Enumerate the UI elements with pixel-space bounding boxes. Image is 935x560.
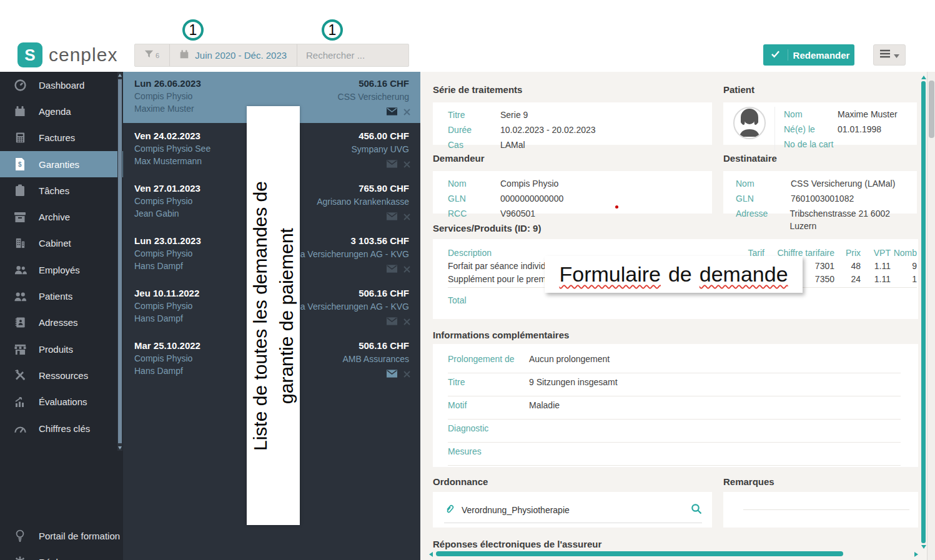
mail-icon[interactable] [387, 369, 397, 380]
scroll-left-arrow-icon[interactable] [429, 552, 433, 557]
speedometer-icon [12, 423, 27, 433]
date-range-button[interactable]: Juin 2020 - Déc. 2023 [169, 44, 297, 66]
panel-vertical-scrollbar[interactable] [921, 81, 926, 543]
section-heading-serie: Série de traitements [433, 84, 522, 95]
clipboard-icon [12, 184, 27, 197]
demandeur-card: NomCompis Physio GLN0000000000000 RCCV96… [433, 171, 712, 214]
section-heading-destinataire: Destinataire [723, 153, 777, 164]
check-icon [763, 49, 788, 61]
cenplex-app: S cenplex 6 Juin 2020 - Déc. 2023 1 1 Re… [0, 0, 935, 560]
validation-dot [615, 205, 618, 209]
destinataire-card: NomCSS Versicherung (LAMal) GLN760100300… [723, 171, 917, 214]
info-row[interactable]: Diagnostic [448, 420, 901, 443]
mail-icon[interactable] [387, 107, 397, 118]
sidebar-item-produits[interactable]: Produits [0, 336, 123, 362]
sidebar-item-agenda[interactable]: Agenda [0, 98, 123, 124]
delete-icon[interactable] [403, 317, 410, 328]
scroll-down-arrow-icon[interactable] [921, 545, 926, 549]
delete-icon[interactable] [403, 212, 410, 223]
info-row[interactable]: Prolongement de Aucun prolongement [448, 350, 901, 373]
sidebar-footer: Portail de formation Réglages Licence Se… [0, 523, 123, 560]
delete-icon[interactable] [403, 369, 410, 380]
window-scrollbar[interactable] [927, 72, 935, 560]
filter-toolbar: 6 Juin 2020 - Déc. 2023 [134, 44, 409, 67]
patients-icon [12, 291, 27, 302]
sidebar-item-chiffres-cles[interactable]: Chiffres clés [0, 415, 123, 441]
more-menu-button[interactable] [873, 44, 906, 66]
mail-icon[interactable] [387, 159, 397, 170]
attachment-row[interactable]: Verordnung_Physiotherapie [444, 503, 702, 523]
mail-icon[interactable] [387, 212, 397, 223]
archive-box-icon [12, 212, 27, 223]
patient-avatar [733, 107, 766, 139]
sidebar-item-archive[interactable]: Archive [0, 204, 123, 230]
sidebar-item-patients[interactable]: Patients [0, 283, 123, 309]
gear-icon [12, 556, 27, 560]
sidebar-item-dashboard[interactable]: Dashboard [0, 72, 123, 98]
sidebar-item-employes[interactable]: Employés [0, 257, 123, 283]
tools-icon [12, 369, 27, 381]
calendar-icon [179, 49, 190, 62]
gauge-clock-icon [12, 79, 27, 92]
search-box [297, 44, 408, 66]
section-heading-ordonnance: Ordonnance [433, 476, 488, 487]
scroll-up-arrow-icon[interactable] [118, 74, 122, 77]
cenplex-logo-icon: S [17, 42, 42, 67]
sidebar-scrollbar[interactable] [117, 72, 122, 451]
caret-down-icon [894, 49, 899, 61]
attachment-filename: Verordnung_Physiotherapie [462, 505, 691, 515]
remarques-input-line[interactable] [743, 509, 909, 510]
sidebar-item-ressources[interactable]: Ressources [0, 362, 123, 388]
annotation-marker-1: 1 [182, 19, 204, 41]
section-heading-infos: Informations complémentaires [433, 330, 569, 340]
section-heading-services: Services/Produits (ID: 9) [433, 223, 541, 233]
sidebar-scrollbar-thumb[interactable] [118, 79, 122, 443]
mail-icon[interactable] [387, 264, 397, 275]
sidebar-item-cabinet[interactable]: Cabinet [0, 230, 123, 257]
funnel-icon [144, 49, 154, 62]
search-attachment-icon[interactable] [691, 503, 702, 517]
hamburger-icon [879, 49, 891, 61]
redemander-label: Redemander [788, 50, 854, 61]
patient-card: NomMaxime Muster Né(e) le01.01.1998 No d… [723, 102, 917, 145]
info-row[interactable]: Mesures [448, 443, 901, 466]
remarques-card[interactable] [723, 492, 918, 528]
people-icon [12, 264, 27, 275]
annotation-list-label: Liste de toutes les demandes de garantie… [247, 106, 300, 525]
scroll-right-arrow-icon[interactable] [914, 552, 918, 557]
sidebar-item-taches[interactable]: Tâches [0, 177, 123, 204]
logo-text: cenplex [49, 44, 117, 66]
info-row[interactable]: Motif Maladie [448, 396, 901, 420]
sidebar-item-evaluations[interactable]: Évaluations [0, 389, 123, 415]
mail-icon[interactable] [387, 317, 397, 328]
sidebar-nav: Dashboard Agenda Factures $ Garanties Tâ… [0, 72, 123, 560]
address-book-icon [12, 317, 27, 328]
serie-card: TitreSerie 9 Durée10.02.2023 - 20.02.202… [433, 102, 712, 145]
sidebar-item-garanties[interactable]: $ Garanties [0, 151, 123, 177]
app-logo: S cenplex [17, 42, 117, 67]
guarantee-document-icon: $ [12, 158, 27, 170]
sidebar-item-factures[interactable]: Factures [0, 125, 123, 151]
delete-icon[interactable] [403, 107, 410, 118]
info-row[interactable]: Titre 9 Sitzungen insgesamt [448, 373, 901, 396]
section-heading-patient: Patient [723, 84, 754, 95]
sidebar-item-adresses[interactable]: Adresses [0, 310, 123, 336]
scroll-down-arrow-icon[interactable] [118, 446, 122, 449]
redemander-button[interactable]: Redemander [763, 44, 854, 66]
scroll-up-arrow-icon[interactable] [921, 76, 926, 79]
section-heading-remarques: Remarques [723, 476, 774, 487]
window-scrollbar-thumb[interactable] [929, 81, 934, 138]
search-input[interactable] [306, 50, 400, 61]
delete-icon[interactable] [403, 264, 410, 275]
delete-icon[interactable] [403, 159, 410, 170]
sidebar-item-portail-formation[interactable]: Portail de formation [0, 523, 123, 549]
filter-button[interactable]: 6 [135, 44, 169, 66]
horizontal-scrollbar-thumb[interactable] [436, 551, 843, 556]
panel-horizontal-scrollbar[interactable] [436, 551, 911, 556]
ordonnance-card: Verordnung_Physiotherapie [433, 492, 712, 528]
infos-card: Prolongement de Aucun prolongement Titre… [433, 344, 918, 467]
section-heading-reponses: Réponses électroniques de l'assureur [433, 539, 601, 549]
sidebar-item-reglages[interactable]: Réglages [0, 549, 123, 560]
filter-count: 6 [156, 52, 159, 59]
chart-growth-icon [12, 396, 27, 408]
